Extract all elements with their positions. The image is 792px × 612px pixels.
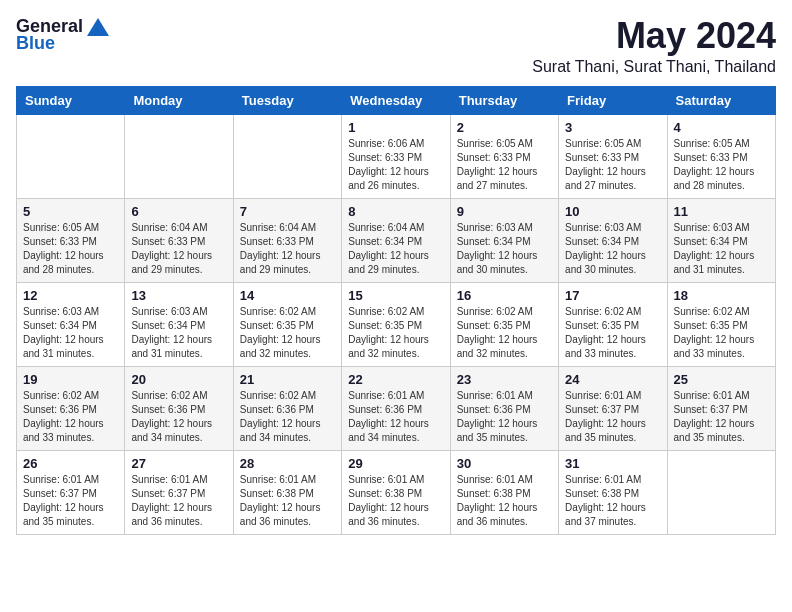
logo-blue-text: Blue — [16, 33, 55, 54]
day-info: Sunrise: 6:01 AM Sunset: 6:38 PM Dayligh… — [457, 473, 552, 529]
calendar-cell: 27Sunrise: 6:01 AM Sunset: 6:37 PM Dayli… — [125, 450, 233, 534]
day-info: Sunrise: 6:03 AM Sunset: 6:34 PM Dayligh… — [457, 221, 552, 277]
day-info: Sunrise: 6:01 AM Sunset: 6:36 PM Dayligh… — [348, 389, 443, 445]
day-info: Sunrise: 6:06 AM Sunset: 6:33 PM Dayligh… — [348, 137, 443, 193]
header-tuesday: Tuesday — [233, 86, 341, 114]
day-number: 14 — [240, 288, 335, 303]
day-info: Sunrise: 6:05 AM Sunset: 6:33 PM Dayligh… — [565, 137, 660, 193]
day-info: Sunrise: 6:03 AM Sunset: 6:34 PM Dayligh… — [23, 305, 118, 361]
day-info: Sunrise: 6:01 AM Sunset: 6:37 PM Dayligh… — [565, 389, 660, 445]
week-row-1: 1Sunrise: 6:06 AM Sunset: 6:33 PM Daylig… — [17, 114, 776, 198]
day-number: 13 — [131, 288, 226, 303]
month-title: May 2024 — [532, 16, 776, 56]
calendar-cell: 17Sunrise: 6:02 AM Sunset: 6:35 PM Dayli… — [559, 282, 667, 366]
day-number: 19 — [23, 372, 118, 387]
day-number: 28 — [240, 456, 335, 471]
calendar-cell: 15Sunrise: 6:02 AM Sunset: 6:35 PM Dayli… — [342, 282, 450, 366]
day-number: 21 — [240, 372, 335, 387]
day-number: 24 — [565, 372, 660, 387]
calendar-cell: 20Sunrise: 6:02 AM Sunset: 6:36 PM Dayli… — [125, 366, 233, 450]
calendar-cell: 30Sunrise: 6:01 AM Sunset: 6:38 PM Dayli… — [450, 450, 558, 534]
calendar-cell: 5Sunrise: 6:05 AM Sunset: 6:33 PM Daylig… — [17, 198, 125, 282]
calendar-cell — [667, 450, 775, 534]
calendar-cell: 19Sunrise: 6:02 AM Sunset: 6:36 PM Dayli… — [17, 366, 125, 450]
day-info: Sunrise: 6:04 AM Sunset: 6:34 PM Dayligh… — [348, 221, 443, 277]
day-info: Sunrise: 6:02 AM Sunset: 6:35 PM Dayligh… — [565, 305, 660, 361]
day-number: 29 — [348, 456, 443, 471]
day-number: 25 — [674, 372, 769, 387]
day-info: Sunrise: 6:05 AM Sunset: 6:33 PM Dayligh… — [23, 221, 118, 277]
day-number: 10 — [565, 204, 660, 219]
calendar-cell: 9Sunrise: 6:03 AM Sunset: 6:34 PM Daylig… — [450, 198, 558, 282]
day-info: Sunrise: 6:02 AM Sunset: 6:36 PM Dayligh… — [240, 389, 335, 445]
calendar-cell: 24Sunrise: 6:01 AM Sunset: 6:37 PM Dayli… — [559, 366, 667, 450]
calendar-table: SundayMondayTuesdayWednesdayThursdayFrid… — [16, 86, 776, 535]
title-section: May 2024 Surat Thani, Surat Thani, Thail… — [532, 16, 776, 76]
day-info: Sunrise: 6:01 AM Sunset: 6:38 PM Dayligh… — [565, 473, 660, 529]
day-number: 3 — [565, 120, 660, 135]
day-info: Sunrise: 6:02 AM Sunset: 6:35 PM Dayligh… — [240, 305, 335, 361]
day-info: Sunrise: 6:04 AM Sunset: 6:33 PM Dayligh… — [131, 221, 226, 277]
header-saturday: Saturday — [667, 86, 775, 114]
calendar-cell: 18Sunrise: 6:02 AM Sunset: 6:35 PM Dayli… — [667, 282, 775, 366]
day-number: 20 — [131, 372, 226, 387]
week-row-5: 26Sunrise: 6:01 AM Sunset: 6:37 PM Dayli… — [17, 450, 776, 534]
day-info: Sunrise: 6:05 AM Sunset: 6:33 PM Dayligh… — [457, 137, 552, 193]
calendar-cell: 6Sunrise: 6:04 AM Sunset: 6:33 PM Daylig… — [125, 198, 233, 282]
header-monday: Monday — [125, 86, 233, 114]
day-number: 9 — [457, 204, 552, 219]
calendar-cell: 11Sunrise: 6:03 AM Sunset: 6:34 PM Dayli… — [667, 198, 775, 282]
calendar-cell: 12Sunrise: 6:03 AM Sunset: 6:34 PM Dayli… — [17, 282, 125, 366]
day-number: 16 — [457, 288, 552, 303]
calendar-cell — [17, 114, 125, 198]
calendar-header-row: SundayMondayTuesdayWednesdayThursdayFrid… — [17, 86, 776, 114]
calendar-cell: 28Sunrise: 6:01 AM Sunset: 6:38 PM Dayli… — [233, 450, 341, 534]
calendar-cell — [233, 114, 341, 198]
header-thursday: Thursday — [450, 86, 558, 114]
day-info: Sunrise: 6:01 AM Sunset: 6:38 PM Dayligh… — [348, 473, 443, 529]
week-row-2: 5Sunrise: 6:05 AM Sunset: 6:33 PM Daylig… — [17, 198, 776, 282]
day-number: 1 — [348, 120, 443, 135]
day-info: Sunrise: 6:02 AM Sunset: 6:36 PM Dayligh… — [131, 389, 226, 445]
day-number: 11 — [674, 204, 769, 219]
header-wednesday: Wednesday — [342, 86, 450, 114]
week-row-3: 12Sunrise: 6:03 AM Sunset: 6:34 PM Dayli… — [17, 282, 776, 366]
day-number: 31 — [565, 456, 660, 471]
header-friday: Friday — [559, 86, 667, 114]
calendar-cell: 26Sunrise: 6:01 AM Sunset: 6:37 PM Dayli… — [17, 450, 125, 534]
day-info: Sunrise: 6:01 AM Sunset: 6:38 PM Dayligh… — [240, 473, 335, 529]
day-number: 26 — [23, 456, 118, 471]
day-number: 2 — [457, 120, 552, 135]
week-row-4: 19Sunrise: 6:02 AM Sunset: 6:36 PM Dayli… — [17, 366, 776, 450]
calendar-cell: 8Sunrise: 6:04 AM Sunset: 6:34 PM Daylig… — [342, 198, 450, 282]
day-info: Sunrise: 6:01 AM Sunset: 6:37 PM Dayligh… — [23, 473, 118, 529]
day-number: 22 — [348, 372, 443, 387]
day-info: Sunrise: 6:01 AM Sunset: 6:37 PM Dayligh… — [131, 473, 226, 529]
logo-icon — [87, 18, 109, 36]
day-number: 15 — [348, 288, 443, 303]
day-info: Sunrise: 6:01 AM Sunset: 6:36 PM Dayligh… — [457, 389, 552, 445]
day-number: 8 — [348, 204, 443, 219]
day-number: 4 — [674, 120, 769, 135]
day-info: Sunrise: 6:03 AM Sunset: 6:34 PM Dayligh… — [565, 221, 660, 277]
day-info: Sunrise: 6:01 AM Sunset: 6:37 PM Dayligh… — [674, 389, 769, 445]
calendar-cell: 16Sunrise: 6:02 AM Sunset: 6:35 PM Dayli… — [450, 282, 558, 366]
day-info: Sunrise: 6:05 AM Sunset: 6:33 PM Dayligh… — [674, 137, 769, 193]
day-number: 23 — [457, 372, 552, 387]
calendar-cell: 25Sunrise: 6:01 AM Sunset: 6:37 PM Dayli… — [667, 366, 775, 450]
day-number: 6 — [131, 204, 226, 219]
calendar-cell: 21Sunrise: 6:02 AM Sunset: 6:36 PM Dayli… — [233, 366, 341, 450]
svg-marker-1 — [93, 28, 101, 36]
day-number: 12 — [23, 288, 118, 303]
calendar-cell: 7Sunrise: 6:04 AM Sunset: 6:33 PM Daylig… — [233, 198, 341, 282]
calendar-cell: 29Sunrise: 6:01 AM Sunset: 6:38 PM Dayli… — [342, 450, 450, 534]
calendar-cell: 31Sunrise: 6:01 AM Sunset: 6:38 PM Dayli… — [559, 450, 667, 534]
calendar-cell: 14Sunrise: 6:02 AM Sunset: 6:35 PM Dayli… — [233, 282, 341, 366]
calendar-cell: 2Sunrise: 6:05 AM Sunset: 6:33 PM Daylig… — [450, 114, 558, 198]
day-info: Sunrise: 6:03 AM Sunset: 6:34 PM Dayligh… — [674, 221, 769, 277]
calendar-cell: 1Sunrise: 6:06 AM Sunset: 6:33 PM Daylig… — [342, 114, 450, 198]
logo: General Blue — [16, 16, 109, 54]
day-number: 5 — [23, 204, 118, 219]
calendar-cell: 10Sunrise: 6:03 AM Sunset: 6:34 PM Dayli… — [559, 198, 667, 282]
calendar-cell: 3Sunrise: 6:05 AM Sunset: 6:33 PM Daylig… — [559, 114, 667, 198]
